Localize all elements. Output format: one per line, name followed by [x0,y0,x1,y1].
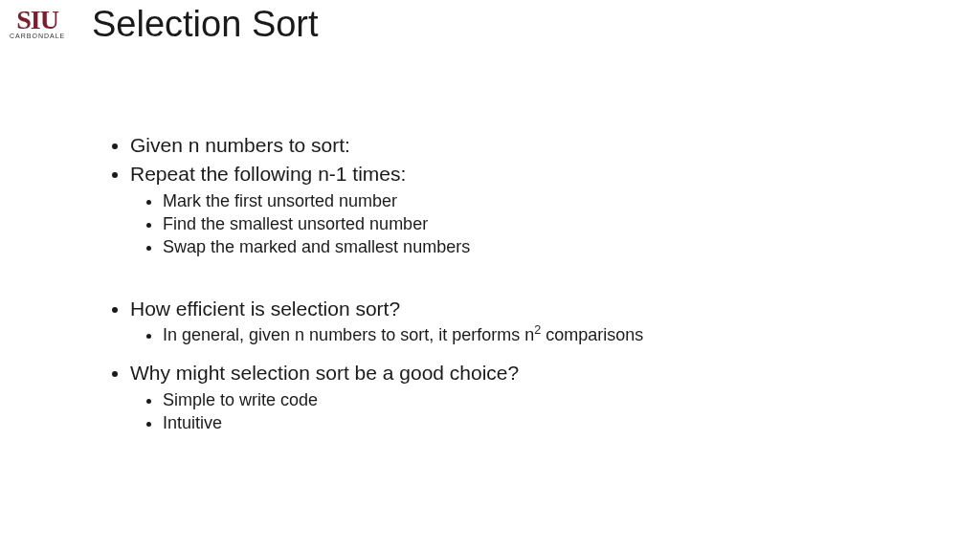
bullet-efficient: How efficient is selection sort? In gene… [130,296,898,347]
sub-find: Find the smallest unsorted number [163,212,898,235]
siu-logo: SIU CARBONDALE [10,8,65,39]
sub-mark: Mark the first unsorted number [163,189,898,212]
sub-intuitive: Intuitive [163,411,898,434]
bullet-given: Given n numbers to sort: [130,132,898,159]
sub-simple: Simple to write code [163,388,898,411]
bullet-repeat-text: Repeat the following n-1 times: [130,163,406,185]
bullet-why-good: Why might selection sort be a good choic… [130,360,898,434]
slide-title: Selection Sort [92,4,319,45]
sub-comparisons: In general, given n numbers to sort, it … [163,323,898,346]
logo-main: SIU [10,8,65,32]
logo-sub: CARBONDALE [10,33,65,39]
bullet-repeat: Repeat the following n-1 times: Mark the… [130,161,898,258]
bullet-why-good-text: Why might selection sort be a good choic… [130,362,519,384]
bullet-efficient-text: How efficient is selection sort? [130,298,400,320]
sub-swap: Swap the marked and smallest numbers [163,235,898,258]
slide-content: Given n numbers to sort: Repeat the foll… [113,132,898,436]
